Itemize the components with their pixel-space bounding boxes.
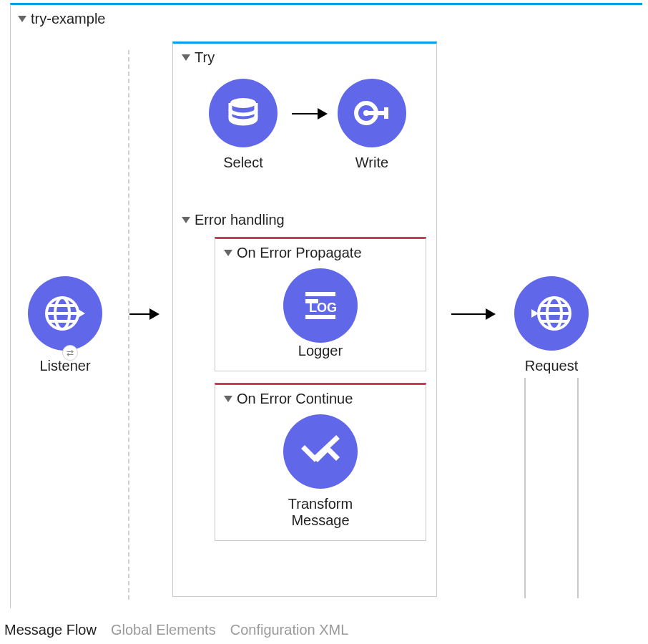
- tab-global-elements[interactable]: Global Elements: [111, 622, 216, 638]
- svg-text:LOG: LOG: [309, 301, 337, 315]
- transform-label: Transform Message: [270, 496, 370, 529]
- select-label: Select: [209, 155, 278, 171]
- on-error-propagate-title: On Error Propagate: [237, 245, 362, 261]
- transform-node[interactable]: Transform Message: [215, 414, 426, 529]
- flow-title-row[interactable]: try-example: [11, 11, 642, 27]
- svg-rect-11: [305, 292, 335, 296]
- exchange-badge-icon: ⇄: [62, 345, 78, 361]
- flow-canvas: try-example ⇄ Listener: [0, 0, 648, 644]
- request-label: Request: [514, 358, 589, 374]
- on-error-continue-title-row[interactable]: On Error Continue: [215, 385, 426, 407]
- write-label: Write: [338, 155, 406, 171]
- connector-icon: [338, 79, 406, 147]
- try-scope[interactable]: Try Select: [172, 42, 437, 597]
- transform-icon: [283, 414, 358, 489]
- arrow-icon: [451, 313, 494, 315]
- select-node[interactable]: Select: [209, 79, 278, 171]
- svg-rect-13: [305, 315, 335, 319]
- flow-title: try-example: [31, 11, 105, 27]
- flow-body: ⇄ Listener Try: [11, 34, 642, 600]
- logger-node[interactable]: LOG Logger: [215, 268, 426, 359]
- disclosure-triangle-icon[interactable]: [182, 54, 190, 61]
- tab-configuration-xml[interactable]: Configuration XML: [230, 622, 349, 638]
- arrow-icon: [129, 313, 158, 315]
- logger-label: Logger: [215, 343, 426, 359]
- globe-arrow-in-icon: [514, 276, 589, 351]
- listener-node[interactable]: ⇄ Listener: [28, 276, 102, 374]
- write-node[interactable]: Write: [338, 79, 406, 171]
- try-title: Try: [195, 49, 215, 66]
- on-error-continue-title: On Error Continue: [237, 391, 353, 407]
- try-title-row[interactable]: Try: [173, 44, 436, 66]
- source-separator: [128, 50, 129, 600]
- disclosure-triangle-icon[interactable]: [224, 250, 232, 256]
- editor-tabs: Message Flow Global Elements Configurati…: [0, 614, 648, 638]
- flow-panel[interactable]: try-example ⇄ Listener: [10, 3, 642, 608]
- connection-line: [524, 378, 526, 598]
- svg-marker-5: [78, 309, 85, 318]
- tab-message-flow[interactable]: Message Flow: [4, 622, 97, 638]
- svg-point-6: [230, 98, 256, 108]
- listener-label: Listener: [28, 358, 102, 374]
- arrow-icon: [292, 113, 326, 114]
- disclosure-triangle-icon[interactable]: [18, 16, 26, 22]
- on-error-propagate-scope[interactable]: On Error Propagate LOG Logger: [215, 237, 426, 371]
- request-node[interactable]: Request: [514, 276, 589, 374]
- disclosure-triangle-icon[interactable]: [224, 396, 232, 402]
- database-icon: [209, 79, 278, 147]
- globe-icon: [28, 276, 102, 351]
- on-error-propagate-title-row[interactable]: On Error Propagate: [215, 239, 426, 261]
- on-error-continue-scope[interactable]: On Error Continue Transform Message: [215, 383, 426, 541]
- disclosure-triangle-icon[interactable]: [182, 217, 190, 223]
- try-processors-row: Select: [173, 66, 436, 209]
- error-handling-title: Error handling: [195, 212, 285, 228]
- log-icon: LOG: [283, 268, 358, 343]
- error-handling-title-row[interactable]: Error handling: [173, 209, 436, 228]
- connection-line: [577, 378, 579, 598]
